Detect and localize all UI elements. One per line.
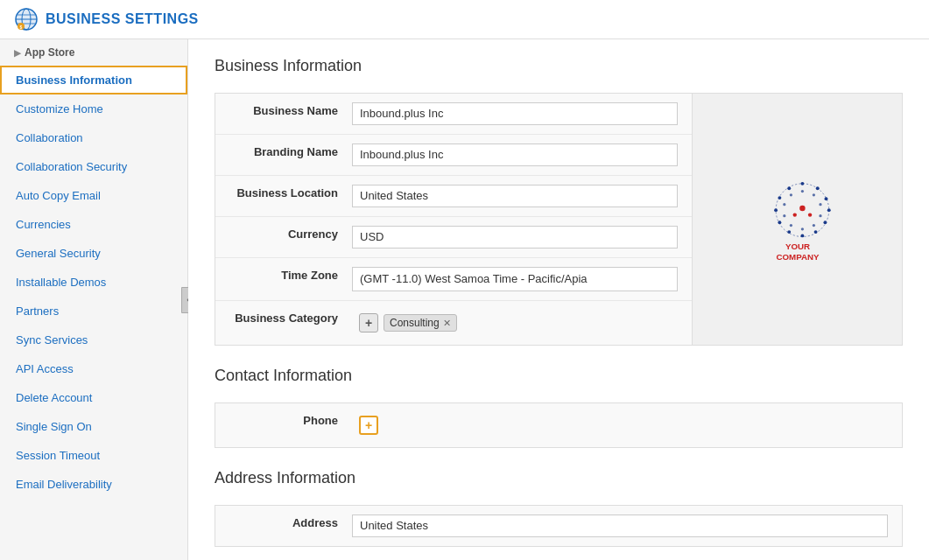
time-zone-value[interactable]: (GMT -11.0) West Samoa Time - Pacific/Ap…	[352, 267, 678, 291]
contact-information-form: Phone +	[215, 402, 903, 448]
sidebar-item-email-deliverability[interactable]: Email Deliverability	[0, 470, 187, 499]
arrow-icon: ▶	[14, 48, 21, 58]
business-name-label: Business Name	[229, 102, 352, 117]
svg-point-28	[783, 214, 785, 217]
sidebar-toggle-button[interactable]: ‹	[181, 287, 188, 313]
phone-label: Phone	[229, 412, 352, 427]
currency-label: Currency	[229, 226, 352, 241]
address-value[interactable]: United States	[352, 514, 888, 537]
branding-name-value[interactable]: Inbound.plus Inc	[352, 144, 678, 166]
globe-icon: $	[14, 7, 39, 32]
sidebar-item-partners[interactable]: Partners	[0, 297, 187, 326]
consulting-tag-close[interactable]: ✕	[443, 318, 451, 329]
address-row: Address United States	[215, 506, 902, 546]
svg-point-24	[819, 214, 821, 217]
address-information-title: Address Information	[215, 469, 903, 491]
sidebar-item-business-information[interactable]: Business Information	[0, 66, 187, 94]
svg-point-14	[813, 230, 817, 234]
svg-point-27	[789, 223, 792, 226]
svg-point-23	[819, 203, 821, 206]
business-information-form: Business Name Inbound.plus Inc Branding …	[215, 93, 903, 346]
page-title: BUSINESS SETTINGS	[46, 11, 199, 27]
business-location-value[interactable]: United States	[352, 185, 678, 207]
svg-point-20	[787, 186, 791, 190]
business-name-value[interactable]: Inbound.plus Inc	[352, 102, 678, 125]
business-category-value: + Consulting ✕	[352, 310, 678, 336]
svg-point-17	[778, 220, 781, 224]
contact-information-title: Contact Information	[215, 367, 903, 388]
svg-point-22	[812, 193, 814, 196]
svg-point-25	[812, 223, 814, 226]
sidebar-item-delete-account[interactable]: Delete Account	[0, 383, 187, 412]
business-name-row: Business Name Inbound.plus Inc	[215, 94, 692, 135]
company-logo: YOUR COMPANY	[719, 158, 876, 281]
svg-point-11	[824, 197, 827, 200]
svg-point-19	[778, 196, 781, 200]
branding-name-row: Branding Name Inbound.plus Inc	[215, 135, 692, 176]
sidebar-item-installable-demos[interactable]: Installable Demos	[0, 268, 187, 297]
main-layout: ▶ App Store Business Information Customi…	[0, 39, 929, 560]
sidebar-item-session-timeout[interactable]: Session Timeout	[0, 441, 187, 470]
company-text-line2: COMPANY	[776, 251, 820, 261]
address-label: Address	[229, 514, 352, 529]
currency-row: Currency USD	[215, 217, 692, 258]
business-category-label: Business Category	[229, 310, 352, 325]
business-location-row: Business Location United States	[215, 176, 692, 217]
svg-point-29	[783, 203, 785, 206]
sidebar-item-currencies[interactable]: Currencies	[0, 210, 187, 239]
add-category-button[interactable]: +	[359, 313, 378, 332]
content-area: Business Information Business Name Inbou…	[188, 39, 929, 560]
sidebar-item-single-sign-on[interactable]: Single Sign On	[0, 412, 187, 441]
sidebar-item-api-access[interactable]: API Access	[0, 354, 187, 383]
svg-point-10	[815, 186, 819, 190]
company-logo-panel: YOUR COMPANY	[692, 94, 902, 345]
time-zone-row: Time Zone (GMT -11.0) West Samoa Time - …	[215, 258, 692, 301]
sidebar-item-collaboration[interactable]: Collaboration	[0, 123, 187, 152]
consulting-tag: Consulting ✕	[384, 314, 457, 332]
branding-name-label: Branding Name	[229, 144, 352, 158]
svg-point-32	[792, 213, 796, 216]
svg-point-13	[823, 220, 827, 224]
sidebar-item-customize-home[interactable]: Customize Home	[0, 94, 187, 123]
company-logo-svg: YOUR COMPANY	[741, 176, 855, 263]
header: $ BUSINESS SETTINGS	[0, 0, 929, 39]
svg-point-9	[800, 181, 804, 185]
address-information-form: Address United States	[215, 505, 903, 547]
sidebar-item-collaboration-security[interactable]: Collaboration Security	[0, 152, 187, 181]
svg-point-21	[800, 189, 803, 192]
svg-point-31	[799, 205, 806, 211]
svg-point-16	[787, 230, 791, 234]
add-phone-button[interactable]: +	[359, 416, 378, 435]
svg-point-15	[800, 234, 804, 237]
svg-point-33	[807, 213, 811, 216]
currency-value[interactable]: USD	[352, 226, 678, 248]
svg-text:$: $	[20, 24, 23, 30]
svg-point-26	[800, 228, 803, 230]
svg-point-18	[774, 208, 778, 212]
tag-row: + Consulting ✕	[359, 313, 671, 332]
company-text-line1: YOUR	[785, 241, 809, 250]
business-info-left: Business Name Inbound.plus Inc Branding …	[215, 94, 692, 345]
sidebar-item-general-security[interactable]: General Security	[0, 239, 187, 268]
phone-row: Phone +	[215, 403, 902, 447]
sidebar-item-auto-copy-email[interactable]: Auto Copy Email	[0, 181, 187, 210]
svg-point-12	[827, 208, 830, 212]
business-information-title: Business Information	[215, 57, 903, 79]
svg-point-30	[789, 193, 792, 196]
business-location-label: Business Location	[229, 185, 352, 200]
time-zone-label: Time Zone	[229, 267, 352, 282]
sidebar-item-app-store[interactable]: ▶ App Store	[0, 39, 187, 66]
phone-value-area: +	[352, 412, 888, 438]
sidebar-item-sync-services[interactable]: Sync Services	[0, 326, 187, 354]
sidebar: ▶ App Store Business Information Customi…	[0, 39, 188, 560]
business-category-row: Business Category + Consulting ✕	[215, 301, 692, 345]
